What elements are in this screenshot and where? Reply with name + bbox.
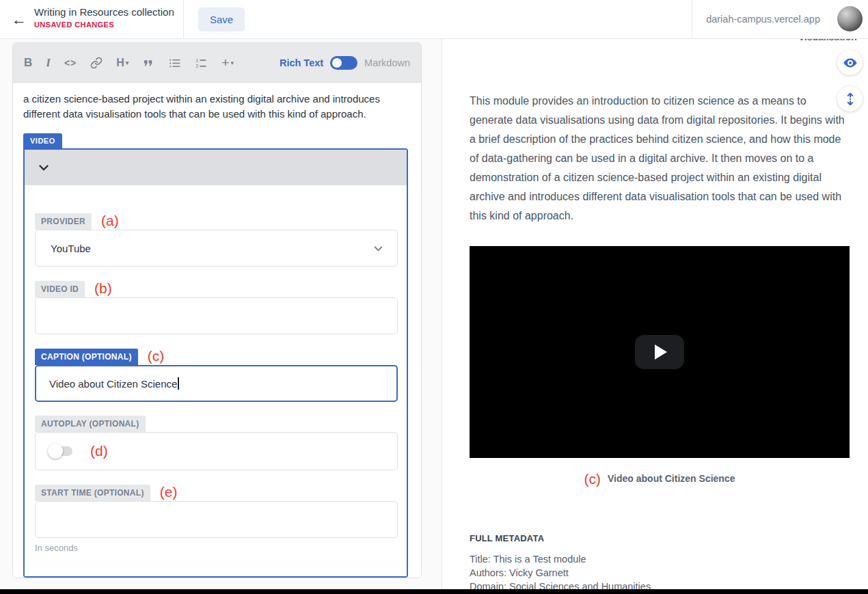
back-arrow-icon: ←: [12, 11, 27, 28]
autoplay-label: AUTOPLAY (OPTIONAL): [35, 416, 146, 432]
topbar-divider-left: [183, 0, 184, 38]
metadata-domain: Domain: Social Sciences and Humanities: [470, 580, 651, 589]
user-avatar[interactable]: [837, 6, 863, 31]
back-button[interactable]: ←: [10, 10, 29, 29]
code-icon: <>: [64, 57, 77, 68]
provider-select-value: YouTube: [51, 243, 372, 254]
video-caption: Video about Citizen Science: [608, 473, 735, 484]
bold-icon: B: [24, 56, 32, 70]
clipped-heading: visualisation: [799, 39, 857, 42]
provider-field: PROVIDER(a) YouTube: [35, 213, 396, 267]
site-link[interactable]: dariah-campus.vercel.app: [706, 0, 820, 38]
numbered-list-icon: 12: [195, 57, 208, 70]
topbar-divider-right: [692, 0, 692, 38]
video-player: [470, 246, 850, 458]
bullet-list-icon: [168, 57, 181, 70]
caption-input-value: Video about Citizen Science: [49, 378, 177, 390]
caption-input[interactable]: Video about Citizen Science: [35, 365, 398, 402]
toggle-knob: [332, 58, 342, 68]
provider-select[interactable]: YouTube: [35, 230, 398, 267]
video-id-field: VIDEO ID(b): [35, 280, 396, 334]
video-caption-row: (c)Video about Citizen Science: [470, 471, 850, 487]
play-button[interactable]: [635, 335, 684, 369]
format-buttons: B I <> H▾: [24, 43, 234, 83]
chevron-down-icon: ▾: [230, 59, 234, 66]
start-time-input[interactable]: [35, 501, 398, 538]
app-window: ← Writing in Resources collection UNSAVE…: [0, 0, 868, 594]
metadata-authors: Authors: Vicky Garnett: [470, 566, 651, 580]
markdown-label[interactable]: Markdown: [364, 57, 410, 68]
plus-icon: +: [221, 55, 229, 70]
mode-toggle[interactable]: [330, 56, 357, 70]
preview-pane: visualisation This module provides an in…: [442, 39, 868, 589]
chevron-down-icon: [36, 160, 51, 175]
autoplay-control: (d): [35, 432, 398, 470]
top-bar: ← Writing in Resources collection UNSAVE…: [0, 0, 868, 39]
toggle-preview-button[interactable]: [837, 50, 863, 75]
heading-button[interactable]: H▾: [116, 57, 128, 69]
annotation-d: (d): [90, 443, 108, 459]
start-time-field: START TIME (OPTIONAL)(e) In seconds: [35, 484, 396, 553]
editor-card: B I <> H▾: [12, 42, 422, 578]
svg-text:1: 1: [196, 57, 199, 63]
page-title: Writing in Resources collection: [34, 6, 174, 18]
start-time-label: START TIME (OPTIONAL): [35, 485, 150, 501]
video-widget-body: PROVIDER(a) YouTube VIDEO ID(b): [25, 185, 407, 576]
start-time-hint: In seconds: [35, 543, 396, 553]
document-title-block: Writing in Resources collection UNSAVED …: [34, 6, 174, 29]
chevron-down-icon: ▾: [126, 59, 129, 66]
annotation-e: (e): [160, 484, 178, 500]
bold-button[interactable]: B: [24, 56, 32, 70]
video-id-input[interactable]: [35, 297, 398, 334]
autoplay-toggle[interactable]: [49, 444, 74, 459]
bottom-bar: [0, 589, 868, 594]
annotation-c-preview: (c): [584, 471, 601, 487]
quote-icon: [142, 57, 154, 69]
heading-icon: H: [116, 57, 124, 69]
annotation-a: (a): [101, 213, 119, 229]
italic-button[interactable]: I: [46, 56, 51, 70]
italic-icon: I: [46, 56, 51, 70]
richtext-toolbar: B I <> H▾: [13, 43, 421, 83]
annotation-b: (b): [94, 280, 112, 297]
autoplay-field: AUTOPLAY (OPTIONAL) (d): [35, 416, 396, 470]
editor-mode-switch: Rich Text Markdown: [280, 43, 410, 83]
link-button[interactable]: [90, 57, 103, 69]
text-cursor: [178, 377, 179, 390]
metadata-lines: Title: This is a Test module Authors: Vi…: [470, 552, 651, 589]
add-block-button[interactable]: +▾: [221, 55, 234, 70]
metadata-title: Title: This is a Test module: [470, 552, 651, 566]
numbered-list-button[interactable]: 12: [195, 57, 208, 70]
editor-content[interactable]: a citizen science-based project within a…: [13, 92, 421, 578]
play-icon: [655, 345, 667, 360]
preview-paragraph: This module provides an introduction to …: [470, 92, 850, 226]
eye-icon: [843, 55, 858, 70]
video-widget-header[interactable]: [25, 150, 407, 185]
annotation-c: (c): [148, 348, 165, 364]
video-id-label: VIDEO ID: [35, 281, 85, 297]
code-button[interactable]: <>: [64, 57, 77, 68]
toggle-knob: [48, 444, 63, 459]
quote-button[interactable]: [142, 57, 154, 69]
svg-text:2: 2: [196, 64, 199, 69]
caption-field: CAPTION (OPTIONAL)(c) Video about Citize…: [35, 348, 396, 402]
link-icon: [90, 57, 103, 69]
provider-label: PROVIDER: [35, 213, 92, 230]
editor-paragraph[interactable]: a citizen science-based project within a…: [23, 92, 410, 122]
collapse-widget-button[interactable]: [36, 160, 51, 175]
save-button[interactable]: Save: [198, 8, 245, 31]
rich-text-label[interactable]: Rich Text: [280, 57, 323, 68]
bullet-list-button[interactable]: [168, 57, 181, 70]
chevron-down-icon: [372, 242, 385, 255]
editor-pane: B I <> H▾: [0, 39, 442, 589]
video-widget: PROVIDER(a) YouTube VIDEO ID(b): [23, 148, 408, 578]
video-widget-tab: VIDEO: [23, 133, 62, 148]
caption-label: CAPTION (OPTIONAL): [35, 349, 138, 365]
unsaved-changes-badge: UNSAVED CHANGES: [34, 21, 174, 29]
metadata-heading: FULL METADATA: [470, 533, 544, 543]
